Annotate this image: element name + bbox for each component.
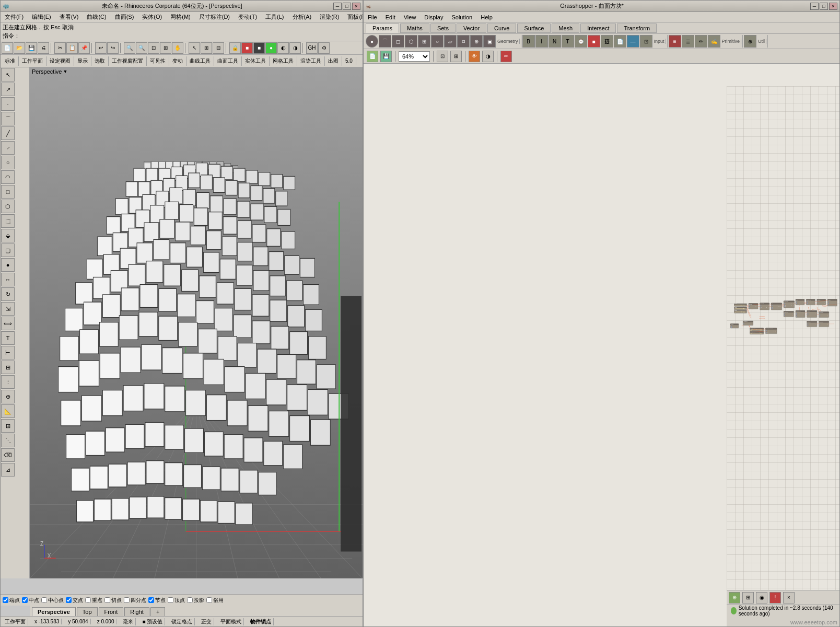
- tool-block[interactable]: ⊞: [1, 361, 15, 374]
- tb2-mesh-tools[interactable]: 网格工具: [270, 56, 297, 66]
- gh-menu-help[interactable]: Help: [479, 14, 495, 20]
- gh-tab-vector[interactable]: Vector: [457, 24, 486, 33]
- tool-select-arrow[interactable]: ↖: [1, 68, 15, 82]
- menu-dim[interactable]: 尺寸标注(D): [197, 13, 232, 21]
- gh-btn-field-p[interactable]: ⊕: [470, 35, 483, 48]
- vp-tab-top[interactable]: Top: [77, 607, 98, 616]
- gh-btn-text[interactable]: T: [562, 35, 574, 48]
- command-input[interactable]: [21, 32, 126, 39]
- tb-select[interactable]: ↖: [189, 42, 200, 54]
- gh-menu-edit[interactable]: Edit: [383, 14, 398, 20]
- tool-misc[interactable]: ⊿: [1, 463, 15, 477]
- vp-tab-perspective[interactable]: Perspective: [32, 607, 76, 616]
- tool-rect[interactable]: □: [1, 185, 15, 199]
- snap-knot-cb[interactable]: [85, 597, 91, 603]
- snap-midpoint[interactable]: 中点: [22, 597, 39, 604]
- gh-btn-bottom1[interactable]: ⊕: [729, 592, 740, 603]
- tb-undo[interactable]: ↩: [95, 42, 107, 54]
- gh-btn-bottom4[interactable]: !: [769, 592, 781, 603]
- tool-scale[interactable]: ⇲: [1, 302, 15, 316]
- gh-zoom-select[interactable]: 64% 100% 50%: [399, 51, 430, 62]
- tb2-curve-tools[interactable]: 曲线工具: [186, 56, 214, 66]
- gh-tab-sets[interactable]: Sets: [430, 24, 456, 33]
- tool-eraser[interactable]: ⌫: [1, 448, 15, 462]
- rhino-close-btn[interactable]: ×: [352, 3, 360, 10]
- gh-btn-transform-p[interactable]: ⧈: [457, 35, 470, 48]
- gh-btn-num[interactable]: N: [549, 35, 561, 48]
- snap-intersect-cb[interactable]: [66, 597, 72, 603]
- gh-canvas-btn-layout[interactable]: ⊞: [450, 51, 462, 62]
- tool-arc[interactable]: ◠: [1, 170, 15, 184]
- rhino-minimize-btn[interactable]: ─: [333, 3, 342, 10]
- tool-rotate[interactable]: ↻: [1, 287, 15, 301]
- tb2-setview[interactable]: 设定视图: [46, 56, 74, 66]
- snap-quadrant-cb[interactable]: [124, 597, 130, 603]
- gh-btn-bottom3[interactable]: ◉: [756, 592, 767, 603]
- gh-btn-surface-p[interactable]: ◻: [392, 35, 404, 48]
- menu-surface[interactable]: 曲面(S): [113, 13, 136, 21]
- tb-snap-toggle[interactable]: 🔒: [229, 42, 241, 54]
- plane-mode[interactable]: 平面模式: [218, 618, 244, 625]
- tb2-plot[interactable]: 出图: [325, 56, 342, 66]
- ortho-mode[interactable]: 正交: [199, 618, 214, 625]
- gh-btn-img[interactable]: 🖼: [601, 35, 613, 48]
- tb2-workplane[interactable]: 工作平面: [19, 56, 46, 66]
- snap-project-cb[interactable]: [187, 597, 193, 603]
- tb2-visibility[interactable]: 可见性: [147, 56, 169, 66]
- vp-tab-right[interactable]: Right: [124, 607, 149, 616]
- gh-btn-vh[interactable]: ≣: [682, 35, 694, 48]
- snap-tangent[interactable]: 切点: [104, 597, 122, 604]
- snap-vertex[interactable]: 顶点: [168, 597, 185, 604]
- tb-pan[interactable]: ✋: [172, 42, 183, 54]
- gh-tab-transform[interactable]: Transform: [617, 24, 657, 33]
- gh-btn-circle-p[interactable]: ○: [431, 35, 444, 48]
- snap-endpoint[interactable]: 端点: [3, 597, 20, 604]
- gh-btn-button[interactable]: ⊡: [640, 35, 652, 48]
- tb-gh[interactable]: GH: [306, 42, 318, 54]
- menu-render[interactable]: 渲染(R): [318, 13, 341, 21]
- tb2-surface-tools[interactable]: 曲面工具: [214, 56, 242, 66]
- tool-mesh2[interactable]: ⋱: [1, 434, 15, 447]
- tb-zoom-window[interactable]: ⊞: [160, 42, 171, 54]
- gh-tab-curve[interactable]: Curve: [487, 24, 516, 33]
- snap-disabled-cb[interactable]: [206, 597, 212, 603]
- gh-btn-panel[interactable]: ≡: [669, 35, 681, 48]
- tool-solid[interactable]: ▢: [1, 243, 15, 257]
- rhino-maximize-btn[interactable]: □: [343, 3, 351, 10]
- tb2-display[interactable]: 显示: [74, 56, 91, 66]
- snap-center-cb[interactable]: [41, 597, 47, 603]
- gh-canvas-btn-preview[interactable]: 👁: [469, 51, 480, 62]
- tb2-viewport-config[interactable]: 工作视窗配置: [109, 56, 147, 66]
- gh-tab-params[interactable]: Params: [366, 24, 399, 33]
- tb-zoom-in[interactable]: 🔍: [124, 42, 135, 54]
- menu-view[interactable]: 查看(V): [57, 13, 81, 21]
- tool-surface2[interactable]: ⬙: [1, 229, 15, 242]
- snap-center[interactable]: 中心点: [41, 597, 64, 604]
- gh-btn-plane-p[interactable]: ▱: [444, 35, 457, 48]
- gh-btn-time[interactable]: ⌚: [575, 35, 587, 48]
- gh-maximize-btn[interactable]: □: [820, 3, 828, 10]
- gh-btn-color-p[interactable]: ■: [588, 35, 600, 48]
- tool-mesh[interactable]: ⊞: [1, 419, 15, 433]
- tool-analyze[interactable]: 📐: [1, 404, 15, 418]
- gh-btn-slider[interactable]: —: [627, 35, 639, 48]
- tb-cut[interactable]: ✂: [54, 42, 66, 54]
- gh-menu-solution[interactable]: Solution: [449, 14, 474, 20]
- tb-color[interactable]: ●: [265, 42, 277, 54]
- tool-move[interactable]: ↔: [1, 273, 15, 286]
- gh-btn-util1[interactable]: ⊕: [744, 35, 756, 48]
- vp-tab-front[interactable]: Front: [99, 607, 124, 616]
- tb-select-all[interactable]: ⊞: [201, 42, 212, 54]
- tool-surface[interactable]: ⬚: [1, 214, 15, 228]
- gh-btn-scribble[interactable]: ✍: [708, 35, 720, 48]
- tool-polyline[interactable]: ⟋: [1, 141, 15, 155]
- gh-btn-curve[interactable]: ⌒: [379, 35, 391, 48]
- gh-canvas-btn-preview2[interactable]: ◑: [482, 51, 494, 62]
- gh-btn-bottom5[interactable]: ×: [783, 592, 795, 603]
- gh-canvas-btn-paint[interactable]: ✏: [500, 51, 512, 62]
- tb2-transform[interactable]: 变动: [169, 56, 186, 66]
- tool-circle[interactable]: ○: [1, 156, 15, 169]
- rhino-viewport[interactable]: Perspective ▼: [30, 67, 363, 578]
- menu-tools[interactable]: 工具(L): [263, 13, 286, 21]
- tb-save[interactable]: 💾: [26, 42, 37, 54]
